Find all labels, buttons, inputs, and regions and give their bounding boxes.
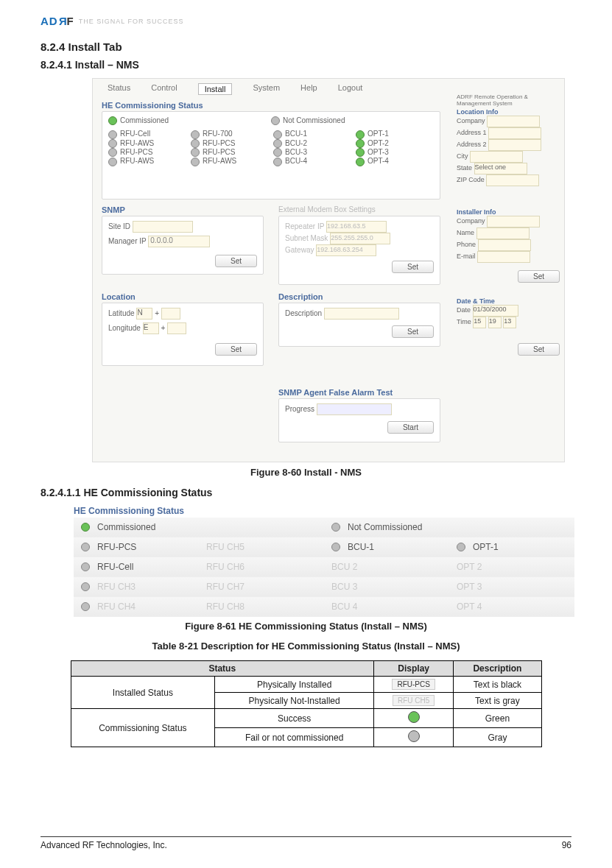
status-dot-icon — [108, 158, 117, 166]
figure-8-60-caption: Figure 8-60 Install - NMS — [41, 467, 571, 478]
table-row: RFU-CellRFU CH6BCU 2OPT 2 — [74, 557, 574, 577]
lat-input[interactable] — [161, 308, 180, 320]
lat-dir-select[interactable]: N — [136, 308, 152, 320]
desc-set-button[interactable]: Set — [392, 325, 434, 338]
th-description: Description — [454, 661, 541, 677]
tab-help[interactable]: Help — [300, 83, 317, 95]
state-select[interactable]: Select one — [474, 163, 527, 174]
status-dot-icon — [191, 148, 200, 157]
snmp-siteid-input[interactable] — [133, 221, 193, 233]
time-s-select[interactable]: 13 — [503, 317, 516, 328]
display-rfu-ch5: RFU CH5 — [393, 695, 435, 706]
desc-label: Description — [278, 292, 323, 301]
tab-install[interactable]: Install — [198, 83, 233, 95]
row-desc: Text is gray — [454, 693, 541, 709]
lon-dir-select[interactable]: E — [143, 322, 159, 334]
ext-set-button[interactable]: Set — [392, 261, 434, 273]
gateway-input[interactable]: 192.168.63.254 — [316, 244, 376, 256]
repip-input[interactable]: 192.168.63.5 — [326, 221, 387, 233]
inst-name-label: Name — [457, 229, 474, 236]
date-input[interactable]: 01/30/2000 — [473, 305, 518, 317]
cell-text: RFU CH5 — [206, 542, 245, 552]
dt-set-button[interactable]: Set — [518, 343, 560, 356]
snmp-mgrip-input[interactable]: 0.0.0.0 — [148, 236, 210, 247]
lat-label: Latitude — [108, 309, 135, 317]
cell-text: RFU-PCS — [97, 542, 136, 552]
table-cell: BCU 2 — [324, 562, 449, 572]
footer-page: 96 — [562, 840, 571, 850]
footer-company: Advanced RF Technologies, Inc. — [41, 840, 167, 850]
grid-cell: BCU-3 — [285, 148, 307, 156]
commissioned-label: Commissioned — [120, 116, 169, 124]
desc-input[interactable] — [324, 308, 399, 320]
grid-cell: OPT-3 — [367, 148, 389, 156]
cell-text: OPT-1 — [473, 542, 499, 552]
city-label: City — [457, 152, 468, 160]
status-dot-icon — [273, 148, 282, 157]
status-dot-icon — [356, 130, 365, 139]
zip-input[interactable] — [486, 174, 539, 186]
zip-label: ZIP Code — [457, 176, 485, 183]
table-cell: BCU-1 — [324, 542, 449, 552]
tab-logout[interactable]: Logout — [338, 83, 363, 95]
status-dot-icon — [81, 582, 90, 591]
tabs-row: Status Control Install System Help Logou… — [108, 83, 362, 95]
table-cell: RFU CH7 — [199, 582, 324, 592]
grid-cell: OPT-4 — [367, 157, 389, 165]
addr1-input[interactable] — [488, 127, 541, 139]
time-m-select[interactable]: 19 — [488, 317, 502, 328]
gateway-label: Gateway — [285, 246, 314, 254]
heading-82411: 8.2.4.1.1 HE Commissioning Status — [41, 487, 571, 498]
tab-status[interactable]: Status — [108, 83, 130, 95]
time-h-select[interactable]: 15 — [473, 317, 486, 328]
gateway-val: 192.168.63.254 — [317, 246, 363, 253]
status-dot-icon — [108, 116, 117, 125]
cell-text: BCU 2 — [331, 562, 357, 572]
gray-circle-icon — [408, 730, 420, 742]
snmp-siteid-label: Site ID — [108, 222, 130, 230]
status-dot-icon — [191, 130, 200, 139]
snmp-set-button[interactable]: Set — [215, 255, 257, 267]
figure-8-60-ui: Status Control Install System Help Logou… — [92, 78, 565, 462]
grid-cell: BCU-4 — [285, 157, 307, 165]
lon-label: Longitude — [108, 324, 141, 332]
tab-control[interactable]: Control — [151, 83, 177, 95]
inst-email-label: E-mail — [457, 253, 476, 260]
addr2-label: Address 2 — [457, 141, 487, 148]
row-sub: Success — [215, 709, 374, 728]
row-sub: Physically Not-Installed — [215, 693, 374, 709]
status-dot-icon — [191, 158, 200, 166]
subnet-val: 255.255.255.0 — [331, 234, 373, 241]
inst-name-input[interactable] — [476, 227, 530, 239]
row-desc: Gray — [454, 728, 541, 747]
subnet-input[interactable]: 255.255.255.0 — [330, 233, 390, 244]
grid-cell: OPT-1 — [367, 130, 389, 138]
tab-system[interactable]: System — [253, 83, 280, 95]
table-cell: RFU CH4 — [74, 601, 199, 612]
table-cell: RFU CH3 — [74, 582, 199, 592]
grid-cell: RFU-PCS — [120, 148, 152, 156]
status-dot-icon — [81, 523, 90, 532]
cell-text: RFU CH8 — [206, 601, 245, 612]
table-8-21: Status Display Description Installed Sta… — [71, 660, 542, 747]
snmp-label: SNMP — [102, 205, 125, 214]
lon-input[interactable] — [167, 322, 186, 334]
status-dot-icon — [457, 543, 465, 551]
inst-company-input[interactable] — [487, 216, 540, 227]
start-button[interactable]: Start — [387, 421, 434, 434]
page-footer: Advanced RF Technologies, Inc. 96 — [41, 836, 571, 850]
city-input[interactable] — [470, 151, 523, 163]
table-cell: RFU-Cell — [74, 562, 199, 572]
inst-email-input[interactable] — [477, 251, 530, 263]
inst-phone-input[interactable] — [478, 239, 531, 251]
status-dot-icon — [108, 139, 117, 148]
addr2-input[interactable] — [488, 139, 541, 151]
cell-text: RFU-Cell — [97, 562, 133, 572]
cell-text: BCU-1 — [348, 542, 374, 552]
ext-modem-label: External Modem Box Settings — [278, 205, 376, 214]
company-input[interactable] — [487, 116, 540, 127]
inst-set-button[interactable]: Set — [518, 270, 560, 283]
status-dot-icon — [273, 158, 282, 166]
loc-set-button[interactable]: Set — [215, 343, 257, 356]
grid-cell: OPT-2 — [367, 139, 389, 147]
